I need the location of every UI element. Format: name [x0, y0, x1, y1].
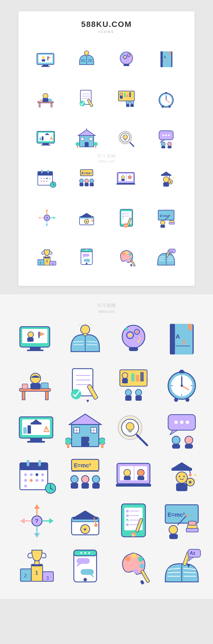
svg-rect-3: [41, 66, 50, 67]
svg-rect-289: [81, 437, 89, 447]
svg-rect-48: [126, 104, 130, 107]
svg-marker-353: [173, 462, 191, 468]
svg-marker-377: [74, 510, 97, 517]
svg-rect-260: [131, 373, 135, 381]
svg-marker-138: [53, 217, 56, 219]
svg-point-426: [139, 563, 145, 569]
svg-point-417: [88, 552, 90, 554]
svg-point-186: [126, 251, 128, 254]
icon-trophy-podium: 1 2 3: [30, 240, 64, 275]
large-icon-video-class: [114, 457, 153, 494]
site-subtitle: ICONS: [27, 30, 186, 33]
svg-point-326: [41, 473, 44, 476]
svg-rect-35: [40, 100, 42, 102]
svg-point-256: [125, 389, 131, 396]
large-icon-teacher-board: E=mc²: [162, 502, 202, 539]
icon-calendar-schedule: [30, 161, 64, 195]
svg-text:E=mc²: E=mc²: [168, 512, 185, 518]
svg-marker-311: [170, 430, 177, 435]
svg-rect-72: [85, 142, 89, 147]
svg-point-102: [49, 178, 51, 179]
svg-rect-57: [165, 92, 167, 94]
svg-point-188: [130, 257, 132, 260]
svg-rect-243: [41, 383, 48, 388]
large-icon-chat-discussion: [162, 412, 202, 449]
icon-directions: ?: [30, 201, 64, 235]
svg-rect-387: [126, 514, 129, 517]
icon-az-book: A Z: [149, 42, 183, 76]
large-icon-paint-palette-large: [114, 548, 153, 585]
svg-marker-440: [189, 557, 194, 561]
svg-line-197: [167, 259, 173, 259]
svg-point-93: [165, 134, 167, 136]
svg-rect-176: [44, 257, 50, 258]
svg-point-339: [71, 476, 78, 483]
svg-rect-63: [41, 145, 50, 145]
svg-point-258: [135, 389, 142, 396]
svg-line-303: [137, 435, 147, 445]
svg-text:✦: ✦: [194, 478, 197, 482]
svg-rect-320: [20, 463, 48, 470]
large-icons-grid: A Z: [11, 318, 202, 588]
svg-point-329: [36, 479, 38, 482]
svg-point-225: [128, 333, 132, 337]
svg-point-212: [81, 325, 90, 334]
svg-point-148: [91, 220, 93, 222]
svg-line-194: [159, 259, 165, 259]
svg-point-104: [43, 181, 45, 182]
svg-point-228: [125, 328, 128, 330]
svg-rect-34: [48, 99, 52, 102]
svg-marker-368: [34, 504, 40, 509]
svg-point-357: [176, 472, 187, 483]
svg-text:A+: A+: [132, 533, 135, 537]
svg-rect-209: [38, 332, 39, 338]
svg-rect-278: [30, 438, 42, 441]
svg-rect-298: [67, 444, 69, 448]
bottom-section: IC千库网588ku.com: [0, 294, 213, 599]
svg-rect-73: [81, 138, 84, 140]
svg-rect-322: [38, 460, 41, 466]
large-icon-elearning-monitor: [17, 412, 57, 449]
icon-video-learning: [109, 161, 143, 195]
svg-point-324: [30, 473, 33, 476]
svg-rect-45: [120, 96, 123, 99]
svg-line-219: [73, 345, 83, 345]
svg-rect-114: [85, 183, 89, 186]
svg-marker-374: [20, 518, 25, 524]
large-icon-directions-arrows: ?: [17, 502, 57, 539]
svg-rect-84: [124, 139, 126, 140]
svg-rect-399: [169, 534, 178, 539]
svg-point-22: [129, 58, 131, 60]
svg-rect-300: [101, 444, 103, 448]
svg-rect-239: [22, 391, 25, 400]
svg-rect-360: [176, 483, 187, 491]
svg-point-207: [28, 332, 34, 337]
svg-marker-142: [38, 217, 40, 219]
svg-rect-50: [124, 93, 126, 97]
svg-point-229: [138, 337, 141, 340]
svg-point-46: [126, 101, 130, 104]
icon-tablet-checklist: A+: [109, 201, 143, 235]
svg-point-312: [172, 436, 180, 444]
svg-rect-65: [45, 134, 49, 135]
svg-rect-240: [45, 391, 48, 400]
svg-rect-313: [172, 444, 180, 449]
icon-creative-mind: [109, 42, 143, 76]
svg-rect-121: [121, 179, 125, 181]
icon-teacher-blackboard: E=mc²: [149, 201, 183, 235]
svg-point-427: [133, 569, 138, 574]
svg-marker-288: [69, 414, 101, 425]
svg-rect-391: [126, 523, 129, 526]
svg-point-83: [123, 135, 128, 139]
svg-rect-25: [160, 51, 163, 67]
svg-point-92: [162, 134, 164, 136]
svg-rect-2: [43, 65, 48, 66]
svg-point-94: [168, 134, 170, 136]
svg-point-401: [186, 514, 188, 516]
svg-point-44: [120, 93, 123, 96]
svg-text:1: 1: [46, 259, 48, 263]
svg-line-216: [90, 324, 91, 326]
svg-point-241: [30, 373, 41, 383]
svg-point-425: [138, 557, 143, 562]
large-icon-checklist: [65, 366, 105, 403]
